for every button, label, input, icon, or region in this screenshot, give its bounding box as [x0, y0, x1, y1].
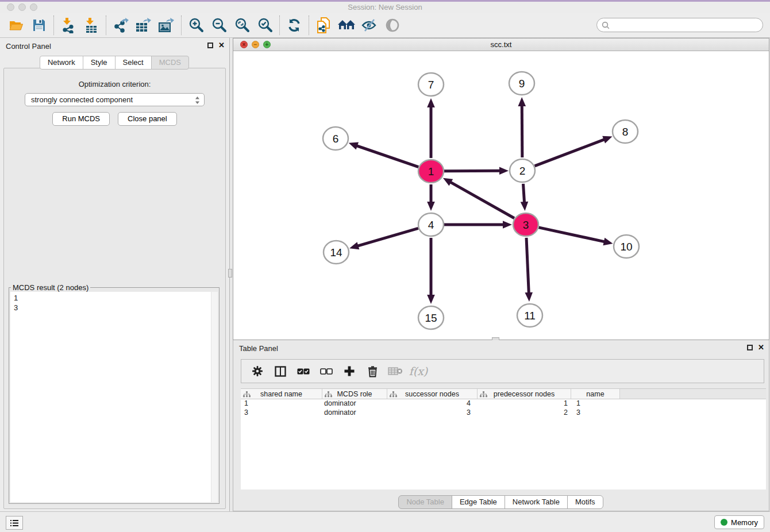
graph-edge-arrow-4-14 [349, 242, 359, 249]
delete-table-button[interactable] [385, 361, 406, 381]
table-panel-title: Table Panel [239, 344, 278, 353]
graph-edge-arrow-3-10 [603, 238, 613, 245]
export-image-button[interactable] [155, 15, 178, 36]
table-toolbar: f(x) [241, 359, 764, 383]
deselect-all-button[interactable] [316, 361, 337, 381]
main-toolbar [0, 13, 770, 38]
table-cell[interactable]: 1 [241, 399, 322, 408]
import-network-button[interactable] [57, 15, 80, 36]
table-cell[interactable]: 1 [478, 399, 571, 408]
graph-edge-1-6[interactable] [356, 145, 418, 167]
column-header-MCDS-role[interactable]: MCDS role [322, 389, 387, 399]
close-table-panel-icon[interactable]: ✕ [758, 344, 764, 351]
float-panel-icon[interactable] [207, 43, 213, 48]
run-mcds-button[interactable]: Run MCDS [52, 112, 110, 126]
table-cell[interactable]: dominator [322, 399, 387, 408]
network-window-title: scc.txt [233, 40, 769, 49]
column-header-name[interactable]: name [571, 389, 620, 399]
table-cell[interactable]: 3 [571, 408, 620, 418]
unchecked-boxes-icon [320, 368, 333, 375]
duplicate-network-icon [316, 17, 331, 34]
table-panel: Table Panel ✕ f(x) shared [233, 340, 769, 511]
export-image-icon [158, 17, 175, 33]
search-icon [602, 21, 610, 29]
close-panel-button[interactable]: Close panel [118, 112, 177, 126]
graph-edge-2-8[interactable] [535, 139, 606, 166]
open-session-button[interactable] [5, 15, 28, 36]
mcds-result-box: 1 3 [10, 292, 218, 502]
table-cell[interactable]: 4 [387, 399, 478, 408]
graph-node-label-1: 1 [428, 165, 434, 178]
graph-edge-1-2[interactable] [444, 171, 501, 171]
mcds-panel: Optimization criterion: strongly connect… [3, 68, 226, 509]
save-session-button[interactable] [28, 15, 51, 36]
toggle-panes-button[interactable] [270, 361, 291, 381]
control-panel-tabs: NetworkStyleSelectMCDS [0, 56, 229, 70]
table-cell[interactable]: dominator [322, 408, 387, 418]
graph-node-label-3: 3 [523, 219, 529, 231]
table-cell[interactable]: 1 [571, 399, 620, 408]
graph-edge-2-9[interactable] [522, 105, 522, 157]
graph-edge-2-3[interactable] [523, 184, 524, 203]
toolbar-separator [279, 16, 280, 35]
column-header-label: name [571, 390, 619, 398]
tab-network[interactable]: Network [40, 56, 83, 70]
zoom-fit-button[interactable] [230, 15, 253, 36]
export-network-button[interactable] [109, 15, 132, 36]
graph-edge-arrow-1-4 [427, 202, 435, 211]
table-row[interactable]: 1dominator411 [241, 399, 766, 408]
tab-node-table[interactable]: Node Table [398, 495, 452, 509]
toolbar-separator [309, 16, 309, 35]
table-options-button[interactable] [247, 361, 268, 381]
tab-mcds[interactable]: MCDS [151, 56, 189, 70]
tab-network-table[interactable]: Network Table [505, 495, 568, 509]
task-history-button[interactable] [6, 516, 23, 530]
graph-edge-3-11[interactable] [526, 238, 529, 294]
tab-style[interactable]: Style [83, 56, 116, 70]
inactive-eye-button[interactable] [381, 15, 404, 36]
memory-button[interactable]: Memory [714, 515, 764, 529]
tab-edge-table[interactable]: Edge Table [452, 495, 505, 509]
column-header-shared-name[interactable]: shared name [241, 389, 322, 399]
column-header-predecessor-nodes[interactable]: predecessor nodes [478, 389, 571, 399]
vertical-splitter-grip[interactable] [228, 269, 232, 277]
table-cell[interactable]: 3 [241, 408, 322, 418]
tab-motifs[interactable]: Motifs [567, 495, 603, 509]
column-header-successor-nodes[interactable]: successor nodes [387, 389, 478, 399]
table-cell[interactable]: 3 [387, 408, 478, 418]
table-tabs: Node TableEdge TableNetwork TableMotifs [233, 495, 769, 509]
graph-edge-3-1[interactable] [449, 182, 514, 218]
duplicate-network-button[interactable] [312, 15, 335, 36]
select-all-button[interactable] [293, 361, 314, 381]
result-scrollbar[interactable] [211, 292, 218, 502]
graph-edge-arrow-4-3 [503, 221, 512, 229]
table-body: 1dominator4113dominator323 [241, 399, 766, 489]
graph-edge-3-10[interactable] [538, 228, 605, 242]
network-canvas[interactable]: 7968124314101511 [233, 51, 769, 340]
tab-select[interactable]: Select [115, 56, 152, 70]
close-panel-icon[interactable]: ✕ [218, 42, 225, 49]
node-table: shared nameMCDS rolesuccessor nodesprede… [241, 388, 766, 489]
add-column-button[interactable] [339, 361, 360, 381]
import-table-button[interactable] [80, 15, 103, 36]
apply-layout-button[interactable] [283, 15, 306, 36]
show-networks-home-button[interactable] [335, 15, 358, 36]
zoom-selected-icon [257, 17, 273, 33]
search-input[interactable] [613, 21, 758, 29]
hide-panel-eye-button[interactable] [358, 15, 381, 36]
zoom-in-button[interactable] [184, 15, 207, 36]
table-cell[interactable]: 2 [478, 408, 571, 418]
float-table-panel-icon[interactable] [747, 345, 753, 350]
graph-node-label-7: 7 [428, 79, 434, 91]
delete-column-button[interactable] [362, 361, 383, 381]
window-title: Session: New Session [0, 3, 770, 11]
split-pane-icon [275, 366, 286, 377]
checked-boxes-icon [297, 368, 310, 375]
optimization-select[interactable]: strongly connected component [25, 93, 205, 106]
function-builder-button[interactable]: f(x) [408, 361, 429, 381]
zoom-selected-button[interactable] [253, 15, 276, 36]
graph-edge-4-14[interactable] [357, 228, 418, 246]
table-row[interactable]: 3dominator323 [241, 408, 766, 418]
export-table-button[interactable] [132, 15, 155, 36]
zoom-out-button[interactable] [207, 15, 230, 36]
